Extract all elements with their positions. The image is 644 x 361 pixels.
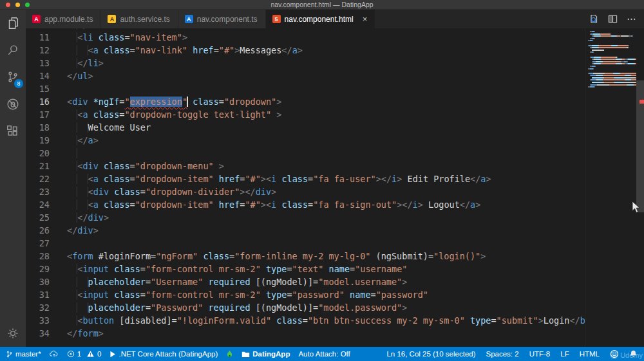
minimap-line	[588, 61, 635, 62]
code-line[interactable]: <input class="form-control mr-sm-2" type…	[67, 263, 585, 275]
line-number: 34	[26, 327, 50, 340]
source-control-icon[interactable]: 8	[0, 64, 26, 91]
minimap-line	[588, 68, 635, 69]
flame-status[interactable]	[226, 350, 233, 358]
overview-ruler	[636, 28, 644, 347]
file-type-icon: A	[32, 15, 41, 23]
more-actions-icon[interactable]	[627, 14, 636, 24]
file-type-icon: A	[108, 15, 116, 23]
encoding-status[interactable]: UTF-8	[529, 350, 551, 358]
code-line[interactable]	[67, 82, 585, 95]
feedback-smiley-icon[interactable]	[610, 349, 619, 358]
code-area[interactable]: </li> <li class="nav-item"> <a class="na…	[67, 28, 585, 347]
eol-status[interactable]: LF	[560, 350, 569, 358]
git-branch-status[interactable]: master*	[6, 350, 41, 358]
tab-close-icon[interactable]: ×	[363, 15, 368, 23]
minimap-line	[588, 84, 635, 86]
line-number: 32	[26, 301, 50, 314]
minimap-line	[588, 38, 635, 39]
code-line[interactable]: <div *ngIf="expression" class="dropdown"…	[67, 95, 585, 108]
minimap-line	[588, 35, 635, 37]
problems-status[interactable]: 1 0	[67, 350, 102, 358]
line-number: 19	[26, 134, 50, 147]
tab-nav.component.ts[interactable]: Anav.component.ts	[178, 10, 266, 28]
indentation-status[interactable]: Spaces: 2	[486, 350, 519, 358]
code-line[interactable]: </li>	[67, 57, 585, 69]
minimap-line	[588, 70, 635, 71]
tab-auth.service.ts[interactable]: Aauth.service.ts	[101, 10, 178, 28]
code-line[interactable]: <a class="dropdown-toggle text-light" >	[67, 108, 585, 121]
code-line[interactable]: </a>	[67, 134, 585, 147]
scm-badge: 8	[14, 79, 23, 88]
extensions-icon[interactable]	[0, 118, 26, 145]
line-number: 23	[26, 185, 50, 198]
minimap-line	[588, 31, 635, 32]
code-line[interactable]: placeholder="Password" required [(ngMode…	[67, 301, 585, 314]
minimap-line	[588, 59, 635, 60]
file-type-icon: 5	[272, 15, 281, 23]
minimap-line	[588, 66, 635, 67]
tab-label: nav.component.ts	[197, 15, 258, 24]
line-number: 26	[26, 224, 50, 237]
vscode-window: nav.component.html — DatingApp 8	[0, 0, 644, 361]
sync-status[interactable]	[50, 350, 59, 358]
debug-icon[interactable]	[0, 91, 26, 118]
debug-launch-status[interactable]: .NET Core Attach (DatingApp)	[109, 350, 218, 358]
line-number: 13	[26, 57, 50, 69]
code-line[interactable]: </form>	[67, 327, 585, 340]
minimap-line	[588, 57, 635, 58]
open-preview-icon[interactable]	[589, 14, 599, 24]
code-line[interactable]: <a class="dropdown-item" href="#"><i cla…	[67, 198, 585, 211]
settings-gear-icon[interactable]	[0, 320, 26, 347]
code-line[interactable]: <input class="form-control mr-sm-2" type…	[67, 288, 585, 301]
minimap-line	[588, 75, 635, 76]
code-line[interactable]: <form #loginForm="ngForm" class="form-in…	[67, 250, 585, 263]
line-number: 33	[26, 314, 50, 327]
minimap-line	[588, 73, 635, 74]
error-marker	[639, 100, 644, 104]
line-number: 22	[26, 172, 50, 185]
code-line[interactable]: </div>	[67, 224, 585, 237]
minimap-line	[588, 50, 635, 51]
code-line[interactable]: <a class="nav-link" href="#">Messages</a…	[67, 44, 585, 57]
cursor-position-status[interactable]: Ln 16, Col 25 (10 selected)	[386, 350, 475, 358]
window-title: nav.component.html — DatingApp	[0, 1, 644, 8]
line-number: 29	[26, 263, 50, 275]
minimap[interactable]	[585, 28, 636, 347]
auto-attach-status[interactable]: Auto Attach: Off	[298, 350, 350, 358]
language-mode-status[interactable]: HTML	[580, 350, 600, 358]
minimap-line	[588, 77, 635, 79]
line-number: 20	[26, 147, 50, 160]
minimap-line	[588, 42, 635, 44]
line-number: 27	[26, 237, 50, 250]
tab-label: app.module.ts	[44, 15, 93, 24]
code-line[interactable]	[67, 237, 585, 250]
code-line[interactable]: </ul>	[67, 69, 585, 82]
notifications-bell-icon[interactable]	[629, 349, 638, 358]
warning-icon	[86, 350, 95, 358]
code-line[interactable]: placeholder="Username" required [(ngMode…	[67, 275, 585, 288]
code-line[interactable]: <a class="dropdown-item" href="#"><i cla…	[67, 172, 585, 185]
code-line[interactable]: <li class="nav-item">	[67, 31, 585, 44]
explorer-icon[interactable]	[0, 10, 26, 37]
code-line[interactable]	[67, 147, 585, 160]
editor-pane[interactable]: 1011121314151617181920212223242526272829…	[26, 28, 644, 347]
split-editor-icon[interactable]	[608, 14, 618, 24]
tab-nav.component.html[interactable]: 5nav.component.html×	[266, 10, 376, 28]
minimap-line	[588, 40, 635, 41]
minimap-line	[588, 54, 635, 55]
code-line[interactable]: </div>	[67, 211, 585, 224]
search-icon[interactable]	[0, 37, 26, 64]
code-line[interactable]: <button [disabled]="!loginForm.valid" cl…	[67, 314, 585, 327]
project-folder-status[interactable]: DatingApp	[242, 350, 290, 358]
line-numbers-gutter: 1011121314151617181920212223242526272829…	[26, 28, 67, 347]
line-number: 31	[26, 288, 50, 301]
code-line[interactable]: <div class="dropdown-divider"></div>	[67, 185, 585, 198]
code-line[interactable]: <div class="dropdown-menu" >	[67, 160, 585, 172]
minimap-line	[588, 63, 635, 64]
title-bar: nav.component.html — DatingApp	[0, 0, 644, 10]
code-line[interactable]: Welcome User	[67, 121, 585, 134]
minimap-line	[588, 86, 635, 88]
minimap-line	[588, 45, 635, 46]
tab-app.module.ts[interactable]: Aapp.module.ts	[26, 10, 101, 28]
